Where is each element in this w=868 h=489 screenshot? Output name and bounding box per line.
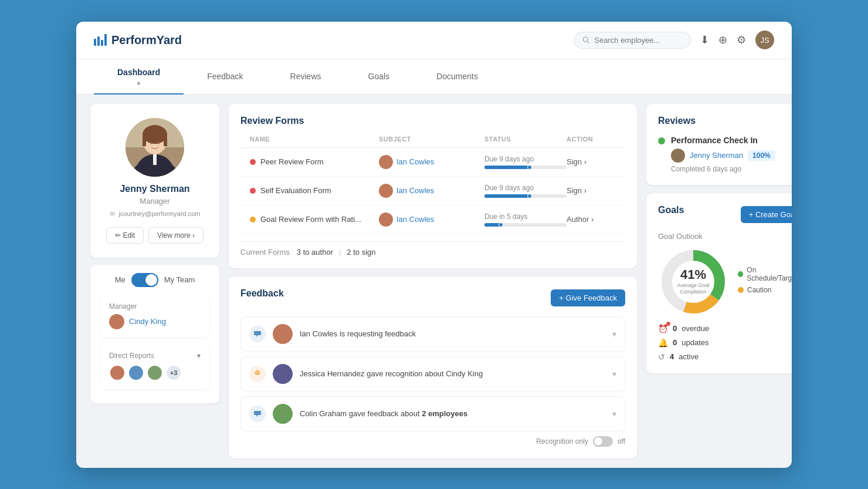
profile-actions: ✏ Edit View more › [102,227,208,244]
goals-title: Goals [658,205,684,215]
review-item: Performance Check In Jenny Sherman 100% … [658,136,792,173]
table-row: Peer Review Form Ian Cowles Due 9 days a… [240,148,625,177]
nav-goals[interactable]: Goals [345,63,413,89]
form-name-2: Self Evaluation Form [250,186,379,195]
subject-avatar-1 [379,155,393,169]
search-input[interactable] [594,36,682,45]
nav-dashboard[interactable]: Dashboard ▲ [94,59,184,94]
create-goal-button[interactable]: + Create Goal [741,206,792,223]
legend-caution: Caution [738,286,792,294]
feedback-expand-3[interactable]: ▾ [612,409,616,419]
reviews-title: Reviews [658,116,792,126]
direct-reports-label: Direct Reports [109,352,154,360]
globe-icon[interactable]: ⊕ [718,33,727,46]
col-name: NAME [250,136,379,143]
left-panel: Jenny Sherman Manager ✉ jcourtney@perfor… [90,104,219,458]
download-icon[interactable]: ⬇ [700,33,709,46]
status-dot-yellow-3 [250,217,256,222]
nav-arrow: ▲ [117,79,160,86]
review-person-name[interactable]: Jenny Sherman [690,151,743,160]
center-panel: Review Forms NAME SUBJECT STATUS ACTION … [229,104,637,458]
stat-overdue: ⏰ 0 overdue [658,324,792,333]
direct-reports-card: Direct Reports ▾ +3 [100,343,210,389]
donut-chart: 41% Average GoalCompletion [658,247,728,317]
legend-on-schedule: On Schedule/Target [738,266,792,282]
recognition-only-toggle[interactable] [593,436,613,447]
feedback-avatar-1 [273,324,293,344]
manager-content: Cindy King [109,314,201,329]
status-dot-red-1 [250,159,256,165]
header-right: ⬇ ⊕ ⚙ JS [574,31,774,49]
logo-bar-3 [101,40,103,46]
svg-rect-6 [143,134,146,146]
profile-role: Manager [102,197,208,205]
user-avatar[interactable]: JS [755,31,774,49]
goal-outlook-content: 41% Average GoalCompletion On Schedule/T… [658,247,792,317]
stat-updates: 🔔 0 updates [658,338,792,348]
view-more-button[interactable]: View more › [148,227,204,244]
nav-feedback[interactable]: Feedback [184,63,266,89]
toggle-knob [145,274,157,286]
logo-text: PerformYard [111,33,182,47]
feedback-item-3[interactable]: Colin Graham gave feedback about 2 emplo… [240,396,625,431]
action-1[interactable]: Sign › [567,157,625,166]
feedback-item-1[interactable]: Ian Cowles is requesting feedback ▾ [240,316,625,352]
status-dot-red-2 [250,188,256,194]
svg-rect-7 [164,134,167,146]
col-subject: SUBJECT [379,136,484,143]
feedback-item-2[interactable]: Jessica Hernandez gave recognition about… [240,356,625,392]
direct-reports-chevron[interactable]: ▾ [197,352,201,360]
action-2[interactable]: Sign › [567,186,625,195]
nav-reviews[interactable]: Reviews [267,63,345,89]
navigation: Dashboard ▲ Feedback Reviews Goals Docum… [76,59,792,95]
recognition-only-label: Recognition only [536,437,588,446]
col-action: ACTION [567,136,625,143]
direct-reports-header: Direct Reports ▾ [109,352,201,360]
progress-fill-2 [484,194,530,198]
settings-icon[interactable]: ⚙ [737,33,746,46]
profile-photo [126,118,184,177]
table-header: NAME SUBJECT STATUS ACTION [240,136,625,148]
me-team-toggle-row: Me My Team [100,273,210,287]
subject-avatar-3 [379,213,393,227]
nav-documents[interactable]: Documents [413,63,501,89]
feedback-title: Feedback [240,288,284,299]
review-details: Performance Check In Jenny Sherman 100% … [671,136,775,173]
dr-avatar-1 [109,365,126,381]
legend-dot-green [738,271,743,277]
donut-percent: 41% [677,267,710,282]
feedback-expand-2[interactable]: ▾ [612,369,616,379]
feedback-expand-1[interactable]: ▾ [612,329,616,339]
review-percent: 100% [748,150,775,161]
review-forms-title: Review Forms [240,116,625,126]
table-row: Self Evaluation Form Ian Cowles Due 9 da… [240,177,625,205]
subject-1: Ian Cowles [379,155,484,169]
action-3[interactable]: Author › [567,215,625,224]
edit-button[interactable]: ✏ Edit [106,227,144,244]
profile-email: ✉ jcourtney@performyard.com [102,210,208,218]
svg-point-5 [143,125,167,144]
search-box[interactable] [574,32,691,49]
me-team-card: Me My Team Manager Cindy King Direct [90,265,219,403]
progress-1 [484,166,567,169]
logo: PerformYard [94,33,182,47]
toggle-state-label: off [618,437,625,446]
feedback-type-icon-3 [249,406,266,422]
svg-point-0 [583,37,588,42]
sign-count: 2 to sign [347,248,375,257]
manager-name[interactable]: Cindy King [129,317,166,326]
dr-avatar-count: +3 [165,365,182,381]
app-window: PerformYard ⬇ ⊕ ⚙ JS Dashboard ▲ Feedbac… [76,22,792,468]
goals-header: Goals + Create Goal [658,205,792,225]
svg-point-9 [157,141,160,144]
give-feedback-button[interactable]: + Give Feedback [551,289,625,306]
feedback-text-2: Jessica Hernandez gave recognition about… [300,369,605,378]
me-team-toggle[interactable] [131,273,158,287]
progress-2 [484,194,567,198]
logo-icon [94,34,107,46]
donut-sub: Average GoalCompletion [677,282,710,296]
progress-fill-1 [484,166,530,169]
review-forms-card: Review Forms NAME SUBJECT STATUS ACTION … [229,104,637,268]
profile-name: Jenny Sherman [102,184,208,194]
manager-avatar [109,314,124,329]
